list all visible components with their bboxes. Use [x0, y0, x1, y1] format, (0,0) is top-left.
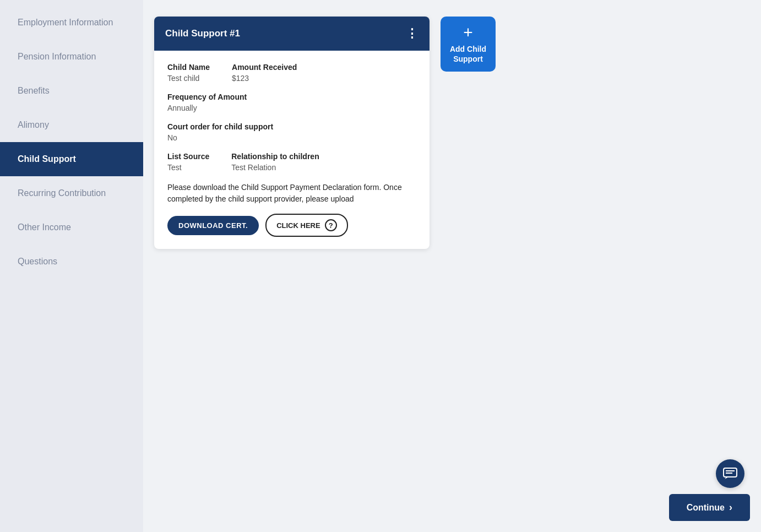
click-here-button[interactable]: CLICK HERE ?	[265, 214, 347, 237]
continue-label: Continue	[687, 503, 725, 513]
child-name-label: Child Name	[167, 63, 210, 72]
add-child-support-label: Add Child Support	[441, 44, 496, 64]
relationship-label: Relationship to children	[231, 152, 319, 161]
sidebar: Employment InformationPension Informatio…	[0, 0, 143, 532]
list-source-label: List Source	[167, 152, 209, 161]
amount-received-value: $123	[232, 74, 297, 83]
chat-icon	[723, 468, 737, 480]
frequency-value: Annually	[167, 104, 416, 112]
card-header: Child Support #1 ⋮	[154, 17, 430, 51]
source-relationship-row: List Source Test Relationship to childre…	[167, 152, 416, 172]
court-order-value: No	[167, 133, 416, 142]
declaration-text: Please download the Child Support Paymen…	[167, 182, 416, 205]
relationship-value: Test Relation	[231, 163, 319, 172]
main-content: Child Support #1 ⋮ Child Name Test child…	[143, 0, 761, 532]
card-title: Child Support #1	[165, 28, 240, 39]
child-name-value: Test child	[167, 74, 210, 83]
sidebar-item-employment-information[interactable]: Employment Information	[0, 6, 143, 40]
sidebar-item-pension-information[interactable]: Pension Information	[0, 40, 143, 74]
chat-fab-button[interactable]	[716, 459, 744, 488]
action-btn-row: DOWNLOAD CERT. CLICK HERE ?	[167, 214, 416, 237]
frequency-section: Frequency of Amount Annually	[167, 93, 416, 112]
continue-button[interactable]: Continue ›	[669, 494, 750, 521]
court-order-label: Court order for child support	[167, 122, 416, 131]
sidebar-item-benefits[interactable]: Benefits	[0, 74, 143, 108]
child-name-amount-row: Child Name Test child Amount Received $1…	[167, 63, 416, 83]
add-child-support-button[interactable]: + Add Child Support	[441, 17, 496, 72]
sidebar-item-recurring-contribution[interactable]: Recurring Contribution	[0, 176, 143, 210]
click-here-label: CLICK HERE	[276, 221, 320, 230]
court-order-section: Court order for child support No	[167, 122, 416, 142]
child-name-col: Child Name Test child	[167, 63, 210, 83]
amount-received-col: Amount Received $123	[232, 63, 297, 83]
download-cert-button[interactable]: DOWNLOAD CERT.	[167, 216, 259, 235]
frequency-label: Frequency of Amount	[167, 93, 416, 101]
help-icon: ?	[325, 219, 337, 231]
plus-icon: +	[463, 24, 473, 41]
relationship-col: Relationship to children Test Relation	[231, 152, 319, 172]
sidebar-item-other-income[interactable]: Other Income	[0, 210, 143, 245]
list-source-value: Test	[167, 163, 209, 172]
list-source-col: List Source Test	[167, 152, 209, 172]
main-layout: Employment InformationPension Informatio…	[0, 0, 761, 532]
card-body: Child Name Test child Amount Received $1…	[154, 51, 430, 249]
card-menu-icon[interactable]: ⋮	[406, 26, 418, 41]
sidebar-item-alimony[interactable]: Alimony	[0, 108, 143, 142]
chevron-right-icon: ›	[729, 502, 732, 513]
sidebar-item-questions[interactable]: Questions	[0, 245, 143, 279]
amount-received-label: Amount Received	[232, 63, 297, 72]
child-support-card: Child Support #1 ⋮ Child Name Test child…	[154, 17, 430, 249]
sidebar-item-child-support[interactable]: Child Support	[0, 142, 143, 176]
